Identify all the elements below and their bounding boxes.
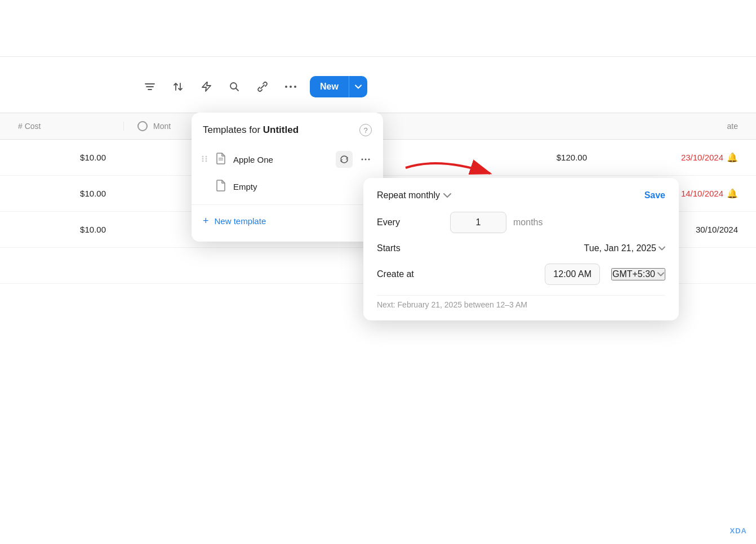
- repeat-header: Repeat monthly Save: [377, 190, 665, 200]
- svg-point-3: [230, 83, 237, 89]
- link-icon[interactable]: [254, 78, 272, 96]
- cell-cost-2: $10.00: [0, 189, 124, 198]
- template-name-empty: Empty: [233, 182, 374, 191]
- plus-icon: +: [203, 215, 209, 227]
- template-actions: [336, 151, 374, 168]
- templates-title-text: Templates for Untitled: [203, 124, 299, 136]
- repeat-frequency-label: Repeat monthly: [377, 190, 440, 200]
- every-label: Every: [377, 217, 450, 228]
- svg-point-10: [206, 158, 207, 159]
- repeat-frequency-dropdown[interactable]: Repeat monthly: [377, 190, 451, 200]
- templates-title: Templates for Untitled ?: [192, 124, 383, 145]
- cell-date-1: 23/10/2024 🔔: [643, 152, 756, 163]
- toolbar: New: [141, 73, 367, 100]
- alarm-icon-1: 🔔: [727, 152, 738, 163]
- starts-row: Starts Tue, Jan 21, 2025: [377, 243, 665, 253]
- doc-icon-empty: [215, 179, 226, 194]
- new-button-main[interactable]: New: [310, 76, 349, 97]
- templates-panel: Templates for Untitled ? Ap: [192, 113, 383, 242]
- svg-point-8: [206, 155, 207, 157]
- lightning-icon[interactable]: [197, 78, 215, 96]
- search-icon[interactable]: [225, 78, 243, 96]
- svg-point-9: [202, 158, 204, 159]
- timezone-picker[interactable]: GMT+5:30: [611, 268, 665, 280]
- months-label: months: [513, 217, 542, 228]
- starts-date-picker[interactable]: Tue, Jan 21, 2025: [584, 243, 665, 253]
- starts-label: Starts: [377, 243, 450, 253]
- next-occurrence-info: Next: February 21, 2025 between 12–3 AM: [377, 300, 665, 309]
- new-template-label: New template: [215, 216, 266, 226]
- svg-point-6: [294, 86, 296, 88]
- create-at-label: Create at: [377, 269, 450, 279]
- svg-point-11: [202, 160, 204, 162]
- alarm-icon-2: 🔔: [727, 188, 738, 199]
- divider: [192, 204, 383, 205]
- svg-point-15: [362, 159, 363, 160]
- sort-icon[interactable]: [169, 78, 187, 96]
- svg-point-12: [206, 160, 207, 162]
- template-name-apple-one: Apple One: [233, 155, 329, 164]
- new-button-label: New: [320, 82, 339, 92]
- help-button[interactable]: ?: [359, 124, 372, 136]
- repeat-divider: [377, 295, 665, 296]
- more-options-button[interactable]: [357, 151, 374, 168]
- starts-date-value: Tue, Jan 21, 2025: [584, 243, 656, 253]
- timezone-value: GMT+5:30: [612, 269, 655, 279]
- template-item-apple-one[interactable]: Apple One: [192, 145, 383, 173]
- svg-point-4: [285, 86, 287, 88]
- cell-cost-3: $10.00: [0, 225, 124, 234]
- svg-point-7: [202, 155, 204, 157]
- every-row: Every months: [377, 212, 665, 233]
- create-at-row: Create at 12:00 AM GMT+5:30: [377, 264, 665, 285]
- repeat-button[interactable]: [336, 151, 353, 168]
- filter-icon[interactable]: [141, 78, 159, 96]
- more-icon[interactable]: [282, 78, 300, 96]
- template-item-empty[interactable]: Empty: [192, 173, 383, 200]
- time-picker[interactable]: 12:00 AM: [545, 264, 600, 285]
- toolbar-separator: [0, 56, 756, 57]
- cell-cost-1: $10.00: [0, 153, 124, 162]
- drag-handle-icon[interactable]: [201, 154, 208, 165]
- new-button-chevron[interactable]: [349, 76, 367, 97]
- new-button-group[interactable]: New: [310, 76, 367, 97]
- repeat-popover: Repeat monthly Save Every months Starts …: [363, 178, 679, 320]
- doc-icon: [215, 152, 226, 167]
- svg-point-5: [290, 86, 292, 88]
- col-cost-header: # Cost: [0, 122, 124, 131]
- interval-input[interactable]: [450, 212, 506, 233]
- save-button[interactable]: Save: [644, 190, 665, 200]
- xda-watermark: XDA: [730, 527, 747, 535]
- time-value: 12:00 AM: [553, 269, 592, 279]
- new-template-button[interactable]: + New template: [192, 209, 383, 233]
- svg-point-17: [368, 159, 370, 160]
- svg-point-16: [365, 159, 367, 160]
